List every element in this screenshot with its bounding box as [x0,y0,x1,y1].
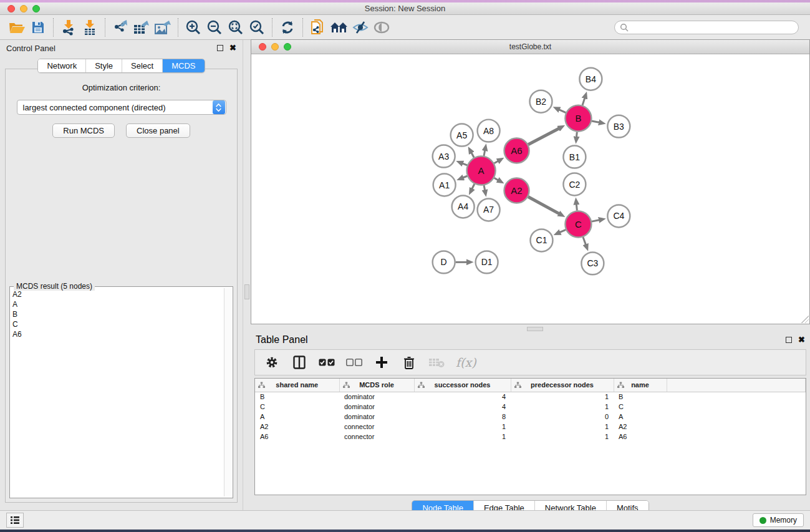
network-canvas[interactable]: AA6A2BCA5A8A3A1A4A7B4B2B3B1C2C4C1C3DD1 [252,55,809,323]
table-float-panel-icon[interactable] [786,337,792,343]
column-header-predecessor-nodes[interactable]: predecessor nodes [511,379,614,392]
status-bar: Memory [0,510,810,530]
import-table-button[interactable] [79,17,100,37]
node-C1[interactable]: C1 [531,229,553,251]
birdseye-view-button[interactable] [371,17,392,37]
node-C[interactable]: C [565,211,591,237]
edge-B-B1[interactable] [576,132,577,138]
edge-A-A5[interactable] [471,152,474,158]
tab-select[interactable]: Select [122,59,162,72]
edge-A-A4[interactable] [471,184,474,190]
zoom-selected-button[interactable] [246,17,268,37]
tab-mcds[interactable]: MCDS [162,59,204,72]
zoom-in-button[interactable] [183,17,204,37]
table-settings-button[interactable] [264,354,280,371]
table-close-panel-icon[interactable]: ✖ [798,337,805,343]
edge-A2-C[interactable] [528,197,560,215]
edge-A-A1[interactable] [463,176,468,178]
criterion-dropdown[interactable]: largest connected component (directed) [17,100,226,115]
search-icon [620,23,629,32]
zoom-out-button[interactable] [204,17,225,37]
node-A7[interactable]: A7 [478,198,500,221]
run-mcds-button[interactable]: Run MCDS [52,123,115,138]
node-A[interactable]: A [467,157,496,185]
clone-network-button[interactable] [307,17,329,37]
node-A8[interactable]: A8 [478,120,500,142]
node-B2[interactable]: B2 [530,90,552,113]
memory-button[interactable]: Memory [753,513,804,527]
node-A5[interactable]: A5 [451,124,473,147]
open-folder-icon [9,21,25,34]
export-image-button[interactable] [152,17,173,37]
edge-A-A7[interactable] [484,185,485,191]
edge-B-B2[interactable] [559,109,566,112]
zoom-out-icon [206,19,223,36]
hide-graphics-details-button[interactable] [350,17,371,37]
edge-A-A6[interactable] [494,161,498,163]
tab-style[interactable]: Style [85,59,122,72]
horizontal-splitter-handle[interactable] [527,327,543,331]
home-button[interactable] [329,17,350,37]
import-network-button[interactable] [58,17,79,37]
node-C2[interactable]: C2 [563,173,586,196]
edge-C-C4[interactable] [592,220,600,222]
column-header-name[interactable]: name [614,379,667,392]
table-row[interactable]: A2connector11A2 [255,422,806,432]
edge-B-B4[interactable] [582,97,585,105]
table-toolbar: f(x) [254,349,806,375]
node-C4[interactable]: C4 [607,205,630,227]
node-A4[interactable]: A4 [452,195,475,218]
node-B4[interactable]: B4 [579,68,602,90]
edge-C-C3[interactable] [583,237,586,245]
control-panel-title: Control Panel [6,44,55,53]
zoom-fit-button[interactable] [225,17,246,37]
node-A2[interactable]: A2 [504,178,529,203]
edge-A-A3[interactable] [462,163,468,165]
result-scrollbar[interactable] [224,288,231,496]
table-row[interactable]: Adominator80A [255,412,806,422]
svg-text:B3: B3 [614,122,624,132]
float-panel-icon[interactable] [217,45,223,51]
window-resize-grip[interactable] [801,316,809,323]
node-D1[interactable]: D1 [476,251,498,273]
node-B3[interactable]: B3 [607,115,630,138]
tab-network[interactable]: Network [38,59,85,72]
node-B[interactable]: B [565,105,591,132]
refresh-button[interactable] [277,17,298,37]
save-session-button[interactable] [27,17,49,37]
column-header-successor-nodes[interactable]: successor nodes [414,379,511,392]
column-header-MCDS-role[interactable]: MCDS role [339,379,414,392]
node-D[interactable]: D [433,251,455,273]
table-row[interactable]: Cdominator41C [255,402,806,412]
edge-C-C1[interactable] [559,230,566,233]
edge-A-A2[interactable] [494,178,498,180]
select-all-button[interactable] [319,354,335,371]
export-network-button[interactable] [110,17,131,37]
table-row[interactable]: Bdominator41B [255,392,806,402]
edge-A6-B[interactable] [528,128,559,144]
vertical-splitter-handle[interactable] [244,284,249,299]
edge-C-C2[interactable] [576,203,577,210]
task-history-button[interactable] [6,513,24,528]
toggle-column-view-button[interactable] [291,354,307,371]
table-row[interactable]: A6connector11A6 [255,432,806,442]
node-A6[interactable]: A6 [504,138,529,163]
svg-text:B: B [575,113,581,123]
edge-B-B3[interactable] [592,121,600,123]
export-table-button[interactable] [131,17,152,37]
mcds-result-item: A [12,299,223,309]
close-panel-icon[interactable]: ✖ [229,45,236,51]
search-input[interactable] [629,23,793,32]
deselect-all-button[interactable] [346,354,362,371]
close-panel-button[interactable]: Close panel [126,123,190,138]
add-column-button[interactable] [374,354,390,371]
svg-text:C4: C4 [613,211,624,221]
node-A1[interactable]: A1 [433,174,456,196]
edge-A-A8[interactable] [484,150,485,156]
node-A3[interactable]: A3 [433,145,455,168]
column-header-shared-name[interactable]: shared name [255,379,339,392]
delete-column-button[interactable] [401,354,417,371]
open-session-button[interactable] [6,17,27,37]
node-C3[interactable]: C3 [581,252,604,274]
node-B1[interactable]: B1 [563,146,586,168]
